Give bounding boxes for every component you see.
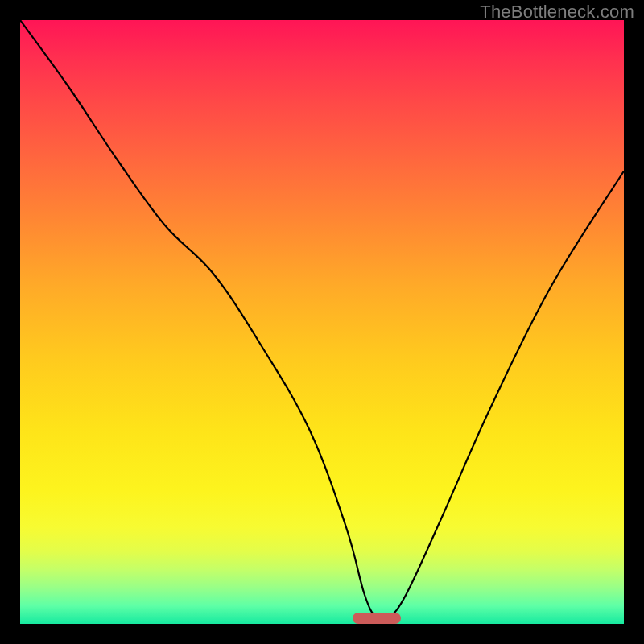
- watermark-text: TheBottleneck.com: [480, 2, 634, 23]
- chart-frame: TheBottleneck.com: [0, 0, 644, 644]
- plot-area: [20, 20, 624, 624]
- optimal-range-marker: [353, 613, 401, 624]
- bottleneck-curve: [20, 20, 624, 624]
